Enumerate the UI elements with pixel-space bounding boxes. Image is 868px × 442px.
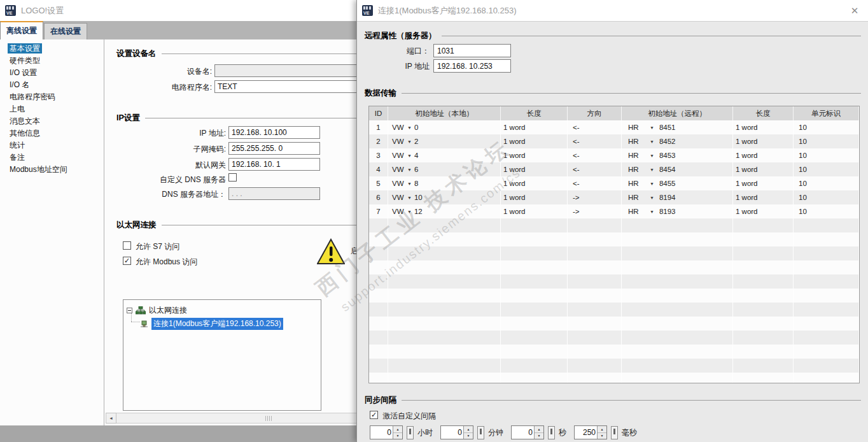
cell-remote-address bbox=[622, 246, 733, 260]
group-remote-properties-title: 远程属性（服务器） bbox=[365, 31, 437, 41]
sidebar-item[interactable]: 电路程序密码 bbox=[0, 91, 104, 103]
spinner-slider[interactable] bbox=[407, 426, 414, 439]
cell-local-address bbox=[388, 331, 501, 345]
ip-address-input[interactable]: 192.168. 10.100 bbox=[228, 126, 320, 139]
sidebar-item[interactable]: 上电 bbox=[0, 103, 104, 115]
group-ethernet: 以太网连接 bbox=[116, 220, 356, 231]
cell-direction: <- bbox=[568, 134, 622, 148]
cell-length bbox=[501, 345, 568, 359]
spinner-up-button[interactable]: ▲ bbox=[393, 426, 402, 433]
scrollbar-grip[interactable] bbox=[265, 416, 272, 421]
gateway-input[interactable]: 192.168. 10. 1 bbox=[228, 158, 320, 171]
cell-unit-id bbox=[794, 232, 859, 246]
cell-id bbox=[369, 303, 388, 317]
cell-direction: -> bbox=[568, 190, 622, 204]
dns-address-input: . . . bbox=[228, 187, 320, 200]
table-empty-row bbox=[369, 317, 859, 331]
sidebar-item[interactable]: 硬件类型 bbox=[0, 55, 104, 67]
allow-modbus-checkbox[interactable]: ✓ bbox=[123, 257, 131, 265]
cell-direction: <- bbox=[568, 120, 622, 134]
remote-ip-input[interactable]: 192.168. 10.253 bbox=[433, 59, 511, 73]
spinner-input[interactable]: 0▲▼ bbox=[440, 425, 473, 439]
sidebar-item[interactable]: 备注 bbox=[0, 152, 104, 164]
spinner-down-button[interactable]: ▼ bbox=[464, 433, 473, 439]
horizontal-scrollbar[interactable]: ◄ bbox=[106, 413, 356, 424]
cell-length: 1 word bbox=[501, 190, 568, 204]
cell-length bbox=[501, 289, 568, 303]
cell-remote-address bbox=[622, 218, 733, 232]
custom-interval-label: 激活自定义间隔 bbox=[382, 411, 436, 422]
sidebar-item[interactable]: 消息文本 bbox=[0, 115, 104, 127]
cell-unit-id: 10 bbox=[794, 148, 859, 162]
program-name-input[interactable]: TEXT bbox=[214, 80, 356, 93]
left-window-title: LOGO!设置 bbox=[21, 5, 64, 17]
cell-remote-length bbox=[733, 317, 794, 331]
scrollbar-track[interactable] bbox=[116, 413, 356, 424]
sidebar-item[interactable]: I/O 设置 bbox=[0, 67, 104, 79]
custom-dns-checkbox[interactable] bbox=[228, 173, 237, 182]
table-row[interactable]: 7VW▼121 word->HR▼81931 word10 bbox=[369, 204, 859, 218]
table-row[interactable]: 1VW▼01 word<-HR▼84511 word10 bbox=[369, 120, 859, 134]
tree-child-label[interactable]: 连接1(Modbus客户端192.168.10.253) bbox=[151, 318, 283, 330]
cell-remote-length bbox=[733, 260, 794, 274]
spinner-down-button[interactable]: ▼ bbox=[598, 433, 606, 439]
cell-remote-address: HR▼8194 bbox=[622, 190, 733, 204]
tree-collapse-icon[interactable] bbox=[127, 308, 132, 313]
table-row[interactable]: 2VW▼21 word<-HR▼84521 word10 bbox=[369, 134, 859, 148]
spinner-down-button[interactable]: ▼ bbox=[535, 433, 543, 439]
spinner-slider[interactable] bbox=[477, 426, 484, 439]
table-row[interactable]: 6VW▼101 word->HR▼81941 word10 bbox=[369, 190, 859, 204]
cell-local-address bbox=[388, 359, 501, 373]
sidebar-item[interactable]: 其他信息 bbox=[0, 127, 104, 139]
logo-settings-window: VE LOGO!设置 离线设置 在线设置 基本设置硬件类型I/O 设置I/O 名… bbox=[0, 0, 356, 425]
table-row[interactable]: 5VW▼81 word<-HR▼84551 word10 bbox=[369, 176, 859, 190]
tab-offline-settings[interactable]: 离线设置 bbox=[0, 21, 43, 39]
cell-remote-length bbox=[733, 331, 794, 345]
cell-remote-length bbox=[733, 274, 794, 289]
subnet-mask-label: 子网掩码: bbox=[116, 144, 226, 155]
interval-spinners: 0▲▼小时0▲▼分钟0▲▼秒250▲▼毫秒 bbox=[370, 425, 637, 439]
table-row[interactable]: 4VW▼61 word<-HR▼84541 word10 bbox=[369, 162, 859, 176]
cell-direction bbox=[568, 289, 622, 303]
spinner-input[interactable]: 0▲▼ bbox=[511, 425, 544, 439]
sidebar-item[interactable]: Modbus地址空间 bbox=[0, 164, 104, 176]
warning-icon bbox=[317, 238, 345, 265]
device-name-label: 设备名: bbox=[116, 66, 212, 77]
table-empty-row bbox=[369, 218, 859, 232]
dns-address-label: DNS 服务器地址： bbox=[116, 189, 226, 200]
sidebar-item[interactable]: I/O 名 bbox=[0, 79, 104, 91]
spinner-input[interactable]: 250▲▼ bbox=[574, 425, 607, 439]
spinner-down-button[interactable]: ▼ bbox=[393, 433, 402, 439]
device-name-input[interactable] bbox=[214, 64, 356, 77]
allow-s7-checkbox[interactable] bbox=[123, 241, 131, 250]
cell-unit-id bbox=[794, 373, 859, 383]
sidebar-item[interactable]: 统计 bbox=[0, 139, 104, 152]
cell-direction bbox=[568, 260, 622, 274]
cell-remote-length: 1 word bbox=[733, 148, 794, 162]
tab-online-settings[interactable]: 在线设置 bbox=[44, 23, 87, 39]
scroll-left-button[interactable]: ◄ bbox=[106, 413, 116, 424]
tree-root-row[interactable]: 以太网连接 bbox=[127, 305, 187, 316]
cell-direction bbox=[568, 218, 622, 232]
cell-remote-length: 1 word bbox=[733, 176, 794, 190]
spinner-up-button[interactable]: ▲ bbox=[598, 426, 606, 433]
group-ip-settings: IP设置 bbox=[116, 113, 356, 124]
spinner-up-button[interactable]: ▲ bbox=[464, 426, 473, 433]
spinner-slider[interactable] bbox=[548, 426, 555, 439]
column-header: 单元标识 bbox=[794, 106, 859, 120]
spinner-input[interactable]: 0▲▼ bbox=[370, 425, 403, 439]
port-input[interactable]: 1031 bbox=[433, 44, 511, 57]
spinner-up-button[interactable]: ▲ bbox=[535, 426, 543, 433]
tree-root-label[interactable]: 以太网连接 bbox=[149, 305, 187, 316]
spinner-slider[interactable] bbox=[611, 426, 618, 439]
right-window-title: 连接1(Modbus客户端192.168.10.253) bbox=[378, 5, 517, 17]
subnet-mask-input[interactable]: 255.255.255. 0 bbox=[228, 142, 320, 155]
port-label: 端口： bbox=[365, 46, 430, 57]
tree-child-row[interactable]: 连接1(Modbus客户端192.168.10.253) bbox=[140, 318, 283, 330]
sidebar-item[interactable]: 基本设置 bbox=[0, 43, 104, 55]
close-icon[interactable]: ✕ bbox=[849, 5, 860, 17]
cell-local-address bbox=[388, 232, 501, 246]
table-row[interactable]: 3VW▼41 word<-HR▼84531 word10 bbox=[369, 148, 859, 162]
group-sync-interval: 同步间隔 bbox=[365, 395, 861, 406]
custom-interval-checkbox[interactable]: ✓ bbox=[370, 411, 378, 419]
